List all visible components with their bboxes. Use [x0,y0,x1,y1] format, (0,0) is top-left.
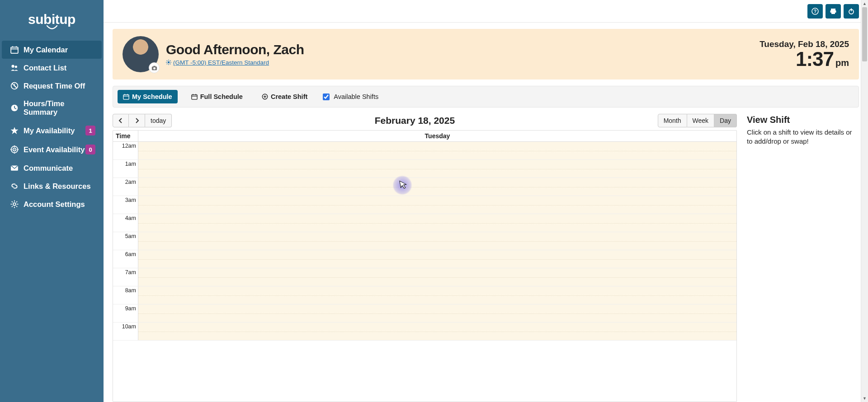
my-schedule-button[interactable]: My Schedule [118,90,178,103]
svg-line-9 [14,86,16,87]
svg-rect-34 [831,12,835,14]
hour-cell[interactable] [138,142,736,159]
hour-cell[interactable] [138,304,736,322]
scroll-up-icon[interactable]: ▲ [861,0,868,7]
hour-cell[interactable] [138,286,736,304]
today-button[interactable]: today [145,114,172,127]
calendar-toolbar: My Schedule Full Schedule Create Shift A… [113,86,859,108]
hour-label: 1am [113,160,138,178]
help-icon: ? [811,8,819,15]
calendar-wrap: today February 18, 2025 Month Week Day T… [113,111,859,402]
hour-label: 6am [113,250,138,268]
sidebar-item-target[interactable]: Event Availability 0 [2,140,102,159]
sidebar-item-label: My Calendar [24,46,95,54]
sidebar-item-gear[interactable]: Account Settings [2,195,102,213]
hour-row[interactable]: 12am [113,142,736,160]
available-shifts-checkbox[interactable] [323,93,330,100]
sidebar-item-label: Communicate [24,164,95,173]
hour-row[interactable]: 4am [113,214,736,232]
next-button[interactable] [129,114,145,127]
hour-cell[interactable] [138,268,736,286]
view-week-button[interactable]: Week [687,114,715,127]
hour-row[interactable]: 1am [113,160,736,178]
hour-cell[interactable] [138,160,736,178]
shift-side-panel: View Shift Click on a shift to view its … [747,111,859,402]
calendar-head: Time Tuesday [113,131,736,142]
sidebar-item-calendar[interactable]: My Calendar [2,41,102,59]
hour-row[interactable]: 10am [113,323,736,341]
svg-line-46 [170,64,171,65]
hour-row[interactable]: 6am [113,250,736,268]
calendar-body[interactable]: 12am 1am 2am 3am 4am 5am 6am 7am 8am 9am… [113,142,736,402]
calendar-main: today February 18, 2025 Month Week Day T… [113,111,737,402]
hour-label: 2am [113,178,138,196]
calendar-title: February 18, 2025 [172,115,657,126]
change-avatar-button[interactable] [149,62,160,73]
sidebar-item-clock[interactable]: Hours/Time Summary [2,95,102,121]
view-month-label: Month [664,117,681,124]
available-shifts-toggle[interactable]: Available Shifts [321,92,378,102]
hour-row[interactable]: 8am [113,286,736,304]
sidebar-item-label: Event Availability [24,145,85,154]
power-icon [848,8,855,15]
hour-row[interactable]: 5am [113,232,736,250]
help-button[interactable]: ? [807,4,823,19]
gear-icon [10,200,19,209]
svg-rect-38 [153,65,156,66]
calendar-icon [191,93,198,100]
hour-label: 5am [113,232,138,250]
sidebar-nav: My Calendar Contact List Request Time Of… [0,41,104,213]
hour-cell[interactable] [138,232,736,250]
sidebar-item-timeoff[interactable]: Request Time Off [2,77,102,95]
col-time-header: Time [113,131,138,141]
plus-circle-icon [262,93,268,100]
hour-cell[interactable] [138,178,736,196]
svg-point-21 [13,203,16,206]
sidebar-item-label: Hours/Time Summary [24,99,95,117]
svg-line-29 [16,201,17,202]
scroll-thumb[interactable] [862,7,867,61]
hour-cell[interactable] [138,214,736,232]
create-shift-button[interactable]: Create Shift [256,90,313,103]
greeting-main: Good Afternoon, Zach (GMT -5:00) EST/Eas… [166,42,760,67]
hour-row[interactable]: 2am [113,178,736,196]
hour-row[interactable]: 9am [113,304,736,323]
timezone-link[interactable]: (GMT -5:00) EST/Eastern Standard [166,59,269,66]
content: Good Afternoon, Zach (GMT -5:00) EST/Eas… [104,23,868,402]
calendar-nav: today February 18, 2025 Month Week Day [113,111,737,130]
hour-cell[interactable] [138,196,736,214]
svg-rect-53 [192,95,197,100]
print-button[interactable] [826,4,841,19]
sidebar-item-star[interactable]: My Availability 1 [2,121,102,140]
sidebar-item-label: Contact List [24,64,95,72]
greeting-title: Good Afternoon, Zach [166,42,760,57]
sidebar-item-contacts[interactable]: Contact List [2,59,102,77]
timezone-label: (GMT -5:00) EST/Eastern Standard [173,59,269,66]
page-scrollbar[interactable]: ▲ ▼ [861,0,868,402]
current-time: 1:37 [796,48,834,70]
view-month-button[interactable]: Month [658,114,687,127]
view-day-button[interactable]: Day [714,114,737,127]
sidebar-item-link[interactable]: Links & Resources [2,177,102,195]
hour-cell[interactable] [138,323,736,340]
svg-line-28 [12,206,13,207]
sidebar-item-envelope[interactable]: Communicate [2,159,102,177]
chevron-left-icon [118,118,123,123]
camera-icon [151,65,157,71]
hour-label: 12am [113,142,138,159]
full-schedule-button[interactable]: Full Schedule [186,90,248,103]
my-schedule-label: My Schedule [132,93,172,100]
prev-button[interactable] [113,114,129,127]
hour-cell[interactable] [138,250,736,268]
target-icon [10,145,19,154]
calendar-icon [123,93,129,100]
svg-line-47 [167,64,168,65]
hour-row[interactable]: 3am [113,196,736,214]
logout-button[interactable] [844,4,859,19]
full-schedule-label: Full Schedule [200,93,243,100]
hour-row[interactable]: 7am [113,268,736,286]
scroll-down-icon[interactable]: ▼ [861,395,868,402]
gear-icon [166,60,171,65]
topbar: ? [104,0,868,23]
side-panel-title: View Shift [747,115,859,125]
